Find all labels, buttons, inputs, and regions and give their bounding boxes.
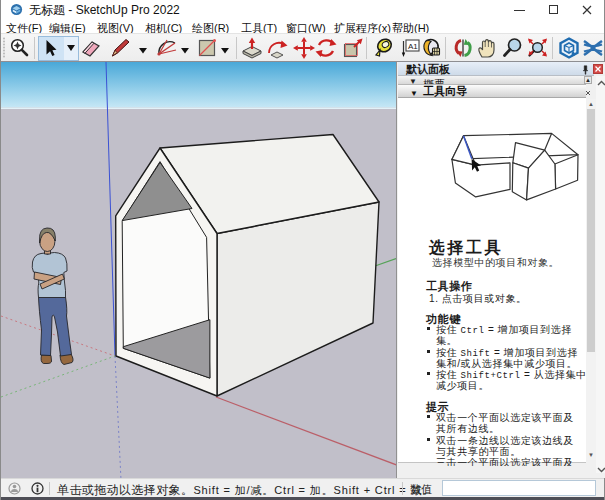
svg-text:A1: A1 [408, 42, 418, 51]
